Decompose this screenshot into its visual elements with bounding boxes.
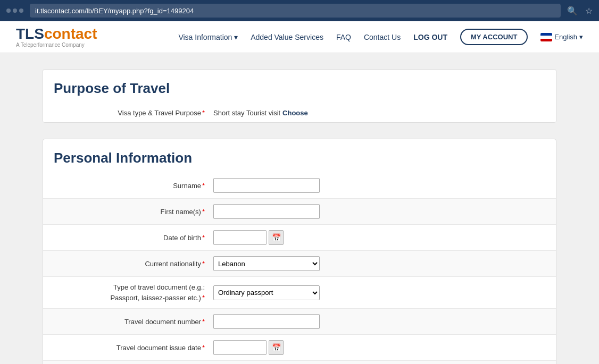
choose-link[interactable]: Choose (282, 109, 308, 117)
logo: TLScontact A Teleperformance Company (16, 27, 97, 48)
dob-row: Date of birth* 📅 (43, 225, 556, 251)
travel-doc-num-input[interactable] (213, 314, 320, 329)
visa-type-row: Visa type & Travel Purpose* Short stay T… (43, 103, 556, 122)
language-selector[interactable]: English ▾ (540, 33, 583, 41)
travel-doc-type-row: Type of travel document (e.g.:Passport, … (43, 277, 556, 309)
issue-date-label: Travel document issue date* (54, 344, 213, 352)
travel-doc-type-select[interactable]: Ordinary passport Diplomatic passport Se… (213, 285, 320, 300)
url-bar[interactable]: it.tlscontact.com/lb/BEY/myapp.php?fg_id… (30, 4, 561, 18)
surname-row: Surname* (43, 173, 556, 199)
nav-contact-us[interactable]: Contact Us (364, 33, 401, 41)
issue-date-row: Travel document issue date* 📅 (43, 335, 556, 361)
firstname-row: First name(s)* (43, 199, 556, 225)
my-account-button[interactable]: MY ACCOUNT (460, 29, 528, 45)
surname-label: Surname* (54, 182, 213, 190)
language-label: English (554, 33, 577, 41)
purpose-section: Purpose of Travel Visa type & Travel Pur… (43, 69, 556, 123)
nationality-label: Current nationality* (54, 260, 213, 268)
browser-chrome: it.tlscontact.com/lb/BEY/myapp.php?fg_id… (0, 0, 599, 21)
nav-added-value[interactable]: Added Value Services (251, 33, 323, 41)
dob-calendar-button[interactable]: 📅 (269, 230, 284, 245)
logo-tls: TLS (16, 26, 44, 42)
issue-date-wrapper: 📅 (213, 340, 284, 355)
url-text: it.tlscontact.com/lb/BEY/myapp.php?fg_id… (35, 7, 194, 15)
bookmark-icon[interactable]: ☆ (585, 6, 593, 16)
travel-doc-num-row: Travel document number* (43, 309, 556, 335)
nationality-select[interactable]: Lebanon Other (213, 256, 320, 271)
dob-label: Date of birth* (54, 234, 213, 242)
personal-section: Personal Information Surname* First name… (43, 139, 556, 364)
firstname-label: First name(s)* (54, 208, 213, 216)
nav-visa-info[interactable]: Visa Information (178, 33, 238, 41)
expiry-date-row: Travel document expiry date* 📅 (43, 361, 556, 364)
dob-wrapper: 📅 (213, 230, 284, 245)
purpose-title: Purpose of Travel (54, 70, 545, 103)
page-content: Purpose of Travel Visa type & Travel Pur… (0, 53, 599, 364)
language-chevron: ▾ (579, 33, 583, 41)
travel-doc-type-label: Type of travel document (e.g.:Passport, … (54, 282, 213, 303)
issue-date-calendar-button[interactable]: 📅 (269, 340, 284, 355)
nav-faq[interactable]: FAQ (336, 33, 351, 41)
firstname-input[interactable] (213, 204, 320, 219)
nav-logout[interactable]: LOG OUT (413, 33, 447, 41)
browser-icons: 🔍 ☆ (567, 6, 593, 16)
travel-doc-num-label: Travel document number* (54, 318, 213, 326)
dob-input[interactable] (213, 230, 267, 245)
surname-input[interactable] (213, 178, 320, 193)
personal-title: Personal Information (54, 139, 545, 173)
search-icon[interactable]: 🔍 (567, 6, 578, 16)
logo-sub: A Teleperformance Company (16, 43, 97, 48)
visa-type-label: Visa type & Travel Purpose* (54, 109, 213, 117)
visa-type-value: Short stay Tourist visit Choose (213, 108, 308, 117)
main-nav: Visa Information Added Value Services FA… (178, 29, 583, 45)
site-header: TLScontact A Teleperformance Company Vis… (0, 21, 599, 53)
nationality-row: Current nationality* Lebanon Other (43, 251, 556, 277)
logo-contact: contact (44, 26, 97, 42)
flag-icon (540, 33, 552, 41)
browser-dots (6, 9, 23, 13)
issue-date-input[interactable] (213, 340, 267, 355)
